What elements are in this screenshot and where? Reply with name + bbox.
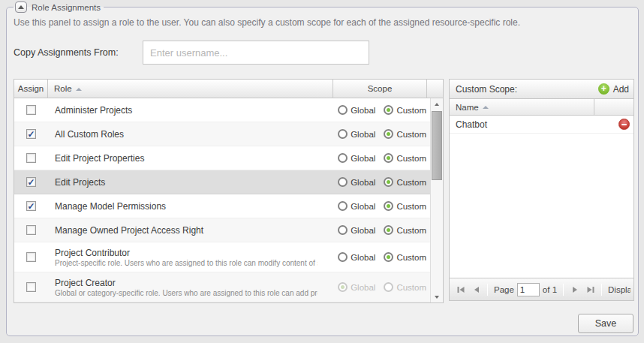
custom-scope-header: Custom Scope: + Add [450, 80, 633, 99]
custom-radio-label: Custom [396, 202, 426, 211]
scope-list-item[interactable]: Chatbot [450, 116, 633, 134]
assign-checkbox[interactable] [26, 282, 36, 292]
global-radio[interactable] [338, 129, 348, 139]
global-radio[interactable] [338, 282, 348, 292]
assign-checkbox[interactable] [26, 225, 36, 235]
scope-item-name: Chatbot [456, 119, 487, 130]
global-radio[interactable] [338, 177, 348, 187]
global-radio-label: Global [351, 130, 375, 139]
collapse-panel-button[interactable] [15, 2, 27, 13]
custom-radio[interactable] [384, 129, 393, 139]
role-cell: Manage Model Permissions [48, 201, 317, 212]
pagination-bar: Page of 1 Displa [450, 278, 633, 300]
assign-checkbox[interactable]: ✓ [26, 177, 36, 187]
custom-radio[interactable] [384, 282, 393, 292]
scope-cell: GlobalCustom [317, 105, 430, 115]
scope-cell: GlobalCustom [317, 252, 430, 262]
scope-cell: GlobalCustom [317, 282, 430, 292]
assign-checkbox[interactable] [26, 105, 36, 115]
column-header-name[interactable]: Name [450, 99, 594, 115]
role-column-label: Role [54, 84, 72, 93]
role-row[interactable]: ✓Manage Model PermissionsGlobalCustom [14, 194, 430, 218]
role-name: Manage Owned Project Access Right [55, 225, 317, 236]
assign-cell [14, 153, 48, 163]
global-radio[interactable] [338, 201, 348, 211]
column-header-role[interactable]: Role [48, 80, 333, 98]
scrollbar-thumb[interactable] [432, 111, 442, 180]
global-radio-label: Global [351, 253, 375, 262]
role-assignments-panel: Role Assignments Use this panel to assig… [6, 2, 639, 336]
first-page-button[interactable] [453, 281, 468, 297]
copy-assignments-row: Copy Assignments From: [14, 41, 634, 65]
role-name: Manage Model Permissions [55, 201, 317, 212]
roles-grid-rows: Administer ProjectsGlobalCustom✓All Cust… [14, 98, 430, 302]
global-radio-label: Global [351, 154, 375, 163]
page-number-input[interactable] [517, 283, 540, 296]
save-button[interactable]: Save [578, 314, 633, 333]
role-row[interactable]: Project ContributorProject-specific role… [14, 242, 430, 272]
pager-separator [563, 284, 564, 296]
global-radio-label: Global [351, 202, 375, 211]
custom-radio[interactable] [384, 252, 393, 262]
role-row[interactable]: Administer ProjectsGlobalCustom [14, 98, 430, 122]
scroll-down-button[interactable] [431, 291, 443, 302]
add-scope-button[interactable]: + Add [598, 83, 629, 95]
custom-radio[interactable] [384, 105, 393, 115]
sort-asc-icon [483, 106, 489, 109]
prev-page-button[interactable] [468, 281, 484, 297]
custom-radio[interactable] [384, 225, 393, 235]
custom-scope-list: Chatbot [450, 116, 633, 278]
column-header-assign[interactable]: Assign [14, 80, 48, 98]
last-page-button[interactable] [582, 281, 598, 297]
copy-username-input[interactable] [143, 41, 369, 65]
custom-radio[interactable] [384, 201, 393, 211]
assign-cell [14, 282, 48, 292]
global-radio[interactable] [338, 153, 348, 163]
custom-radio[interactable] [384, 153, 393, 163]
roles-grid: Assign Role Scope Administer ProjectsGlo… [14, 79, 444, 303]
assign-checkbox[interactable] [26, 252, 36, 262]
role-row[interactable]: Edit Project PropertiesGlobalCustom [14, 146, 430, 170]
role-row[interactable]: Manage Owned Project Access RightGlobalC… [14, 218, 430, 242]
custom-radio-label: Custom [396, 226, 426, 235]
custom-scope-columns: Name [450, 99, 633, 116]
next-page-button[interactable] [567, 281, 582, 297]
last-page-icon [585, 284, 596, 295]
global-radio[interactable] [338, 105, 348, 115]
custom-radio-label: Custom [396, 283, 426, 292]
custom-radio[interactable] [384, 177, 393, 187]
pager-separator [487, 284, 488, 296]
role-cell: Project ContributorProject-specific role… [48, 248, 317, 267]
custom-scope-panel: Custom Scope: + Add Name Chatbot [449, 79, 634, 301]
role-cell: Edit Projects [48, 177, 317, 188]
add-icon: + [598, 83, 609, 95]
scope-cell: GlobalCustom [317, 225, 430, 235]
remove-scope-icon[interactable] [618, 119, 630, 130]
roles-grid-scrollbar[interactable] [430, 98, 443, 302]
scroll-up-icon [435, 103, 439, 106]
column-header-action [594, 99, 633, 115]
custom-radio-label: Custom [396, 106, 426, 115]
scroll-up-button[interactable] [431, 98, 443, 110]
assign-column-label: Assign [18, 84, 44, 93]
assign-cell: ✓ [14, 177, 48, 187]
panel-description: Use this panel to assign a role to the u… [14, 17, 634, 28]
role-name: Project Creator [55, 278, 317, 288]
assign-checkbox[interactable]: ✓ [26, 129, 36, 139]
global-radio[interactable] [338, 225, 348, 235]
role-row[interactable]: Project CreatorGlobal or category-specif… [14, 272, 430, 302]
role-row[interactable]: ✓Edit ProjectsGlobalCustom [14, 170, 430, 194]
column-header-scope[interactable]: Scope [333, 80, 427, 98]
role-name: All Custom Roles [55, 129, 317, 140]
assign-checkbox[interactable] [26, 153, 36, 163]
add-button-label: Add [613, 84, 629, 95]
assign-checkbox[interactable]: ✓ [26, 201, 36, 211]
role-row[interactable]: ✓All Custom RolesGlobalCustom [14, 122, 430, 146]
custom-radio-label: Custom [396, 178, 426, 187]
global-radio[interactable] [338, 252, 348, 262]
role-cell: Edit Project Properties [48, 153, 317, 164]
pager-display-text: Displa [608, 285, 630, 294]
panel-title: Role Assignments [32, 3, 101, 12]
assign-cell: ✓ [14, 201, 48, 211]
role-cell: Administer Projects [48, 105, 317, 116]
